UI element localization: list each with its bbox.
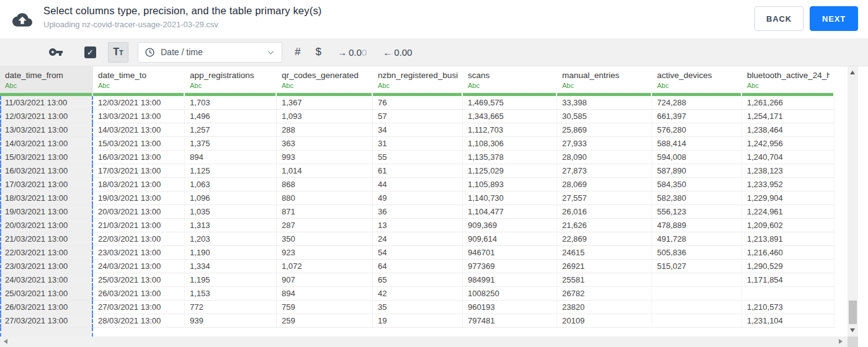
scroll-right-icon[interactable] bbox=[839, 339, 843, 344]
column-header-active_devices[interactable]: active_devicesAbc bbox=[652, 66, 742, 96]
table-cell[interactable]: 1,112,703 bbox=[463, 123, 557, 137]
table-cell[interactable]: 556,123 bbox=[652, 205, 742, 219]
table-cell[interactable]: 16/03/2021 13:00 bbox=[0, 164, 93, 178]
table-cell[interactable] bbox=[652, 301, 742, 314]
table-cell[interactable]: 20109 bbox=[557, 314, 652, 328]
column-type-select[interactable]: Date / time bbox=[138, 42, 282, 63]
table-cell[interactable]: 23/03/2021 13:00 bbox=[0, 260, 93, 273]
table-cell[interactable]: 1,063 bbox=[185, 178, 277, 191]
table-cell[interactable]: 26,016 bbox=[557, 205, 652, 219]
table-cell[interactable]: 1,242,956 bbox=[742, 137, 834, 151]
table-cell[interactable]: 26/03/2021 13:00 bbox=[0, 301, 93, 314]
table-cell[interactable]: 24 bbox=[373, 232, 463, 246]
table-cell[interactable]: 515,027 bbox=[652, 260, 742, 273]
horizontal-scrollbar[interactable] bbox=[0, 336, 848, 347]
table-cell[interactable]: 1,125 bbox=[185, 164, 277, 178]
table-cell[interactable]: 13/03/2021 13:00 bbox=[93, 110, 185, 123]
table-cell[interactable]: 1,233,952 bbox=[742, 178, 834, 191]
table-cell[interactable]: 17/03/2021 13:00 bbox=[0, 178, 93, 191]
decrease-decimal-button[interactable]: →0.00 bbox=[338, 47, 367, 58]
table-cell[interactable]: 28,069 bbox=[557, 178, 652, 191]
table-cell[interactable]: 946701 bbox=[463, 246, 557, 260]
table-cell[interactable]: 25,869 bbox=[557, 123, 652, 137]
table-cell[interactable]: 1,190 bbox=[185, 246, 277, 260]
table-cell[interactable]: 11/03/2021 13:00 bbox=[0, 96, 93, 110]
table-cell[interactable]: 1,231,104 bbox=[742, 314, 834, 328]
table-cell[interactable]: 907 bbox=[277, 273, 373, 287]
table-cell[interactable]: 661,397 bbox=[652, 110, 742, 123]
table-cell[interactable]: 22/03/2021 13:00 bbox=[93, 232, 185, 246]
table-cell[interactable]: 576,280 bbox=[652, 123, 742, 137]
table-cell[interactable]: 1,014 bbox=[277, 164, 373, 178]
table-cell[interactable]: 1,203 bbox=[185, 232, 277, 246]
table-cell[interactable]: 1,035 bbox=[185, 205, 277, 219]
table-cell[interactable]: 1,375 bbox=[185, 137, 277, 151]
table-cell[interactable]: 18/03/2021 13:00 bbox=[0, 191, 93, 205]
table-cell[interactable]: 984991 bbox=[463, 273, 557, 287]
table-cell[interactable] bbox=[652, 273, 742, 287]
table-cell[interactable]: 27/03/2021 13:00 bbox=[93, 301, 185, 314]
table-cell[interactable]: 28,090 bbox=[557, 151, 652, 164]
table-cell[interactable]: 909,369 bbox=[463, 219, 557, 232]
table-cell[interactable]: 1,496 bbox=[185, 110, 277, 123]
table-cell[interactable]: 17/03/2021 13:00 bbox=[93, 164, 185, 178]
table-cell[interactable]: 1,096 bbox=[185, 191, 277, 205]
table-cell[interactable]: 478,889 bbox=[652, 219, 742, 232]
table-cell[interactable]: 1,093 bbox=[277, 110, 373, 123]
table-cell[interactable]: 25581 bbox=[557, 273, 652, 287]
table-cell[interactable]: 13/03/2021 13:00 bbox=[0, 123, 93, 137]
table-cell[interactable]: 27,933 bbox=[557, 137, 652, 151]
table-cell[interactable]: 31 bbox=[373, 137, 463, 151]
table-cell[interactable]: 1,125,029 bbox=[463, 164, 557, 178]
table-cell[interactable]: 1,229,904 bbox=[742, 191, 834, 205]
table-cell[interactable]: 1,153 bbox=[185, 287, 277, 301]
table-cell[interactable]: 1,195 bbox=[185, 273, 277, 287]
table-cell[interactable]: 24/03/2021 13:00 bbox=[93, 260, 185, 273]
table-cell[interactable]: 23/03/2021 13:00 bbox=[93, 246, 185, 260]
table-cell[interactable]: 1,238,464 bbox=[742, 123, 834, 137]
table-cell[interactable]: 1,210,573 bbox=[742, 301, 834, 314]
table-cell[interactable]: 1,240,704 bbox=[742, 151, 834, 164]
table-cell[interactable]: 27,557 bbox=[557, 191, 652, 205]
column-header-qr_codes_generated[interactable]: qr_codes_generatedAbc bbox=[277, 66, 373, 96]
table-cell[interactable]: 724,288 bbox=[652, 96, 742, 110]
table-cell[interactable]: 1,072 bbox=[277, 260, 373, 273]
table-cell[interactable]: 1,261,266 bbox=[742, 96, 834, 110]
table-cell[interactable]: 26782 bbox=[557, 287, 652, 301]
table-cell[interactable]: 26/03/2021 13:00 bbox=[93, 287, 185, 301]
table-cell[interactable] bbox=[742, 287, 834, 301]
table-cell[interactable]: 1,105,893 bbox=[463, 178, 557, 191]
table-cell[interactable]: 259 bbox=[277, 314, 373, 328]
vertical-scrollbar-thumb[interactable] bbox=[849, 301, 857, 324]
table-cell[interactable]: 759 bbox=[277, 301, 373, 314]
table-cell[interactable]: 76 bbox=[373, 96, 463, 110]
table-cell[interactable]: 21/03/2021 13:00 bbox=[0, 232, 93, 246]
table-cell[interactable]: 27/03/2021 13:00 bbox=[0, 314, 93, 328]
table-cell[interactable]: 19 bbox=[373, 314, 463, 328]
column-header-bluetooth_active_24_hr_[interactable]: bluetooth_active_24_hr_Abc bbox=[742, 66, 834, 96]
currency-type-button[interactable]: $ bbox=[315, 46, 321, 58]
back-button[interactable]: BACK bbox=[754, 6, 803, 31]
table-cell[interactable]: 20/03/2021 13:00 bbox=[0, 219, 93, 232]
table-cell[interactable]: 25/03/2021 13:00 bbox=[0, 287, 93, 301]
column-header-app_registrations[interactable]: app_registrationsAbc bbox=[185, 66, 277, 96]
table-cell[interactable]: 33,398 bbox=[557, 96, 652, 110]
table-cell[interactable]: 588,414 bbox=[652, 137, 742, 151]
table-cell[interactable]: 363 bbox=[277, 137, 373, 151]
table-cell[interactable]: 16/03/2021 13:00 bbox=[93, 151, 185, 164]
column-header-date_time_to[interactable]: date_time_toAbc bbox=[93, 66, 185, 96]
table-cell[interactable]: 34 bbox=[373, 123, 463, 137]
column-header-date_time_from[interactable]: date_time_fromAbc bbox=[0, 66, 93, 96]
table-cell[interactable]: 1,104,477 bbox=[463, 205, 557, 219]
table-cell[interactable]: 797481 bbox=[463, 314, 557, 328]
table-cell[interactable]: 55 bbox=[373, 151, 463, 164]
table-cell[interactable]: 1,216,460 bbox=[742, 246, 834, 260]
table-cell[interactable]: 57 bbox=[373, 110, 463, 123]
table-cell[interactable]: 1,135,378 bbox=[463, 151, 557, 164]
next-button[interactable]: NEXT bbox=[810, 6, 858, 31]
number-type-button[interactable]: # bbox=[295, 46, 300, 58]
scroll-up-icon[interactable] bbox=[850, 71, 855, 74]
table-cell[interactable]: 1,224,961 bbox=[742, 205, 834, 219]
table-cell[interactable]: 54 bbox=[373, 246, 463, 260]
table-cell[interactable] bbox=[652, 287, 742, 301]
